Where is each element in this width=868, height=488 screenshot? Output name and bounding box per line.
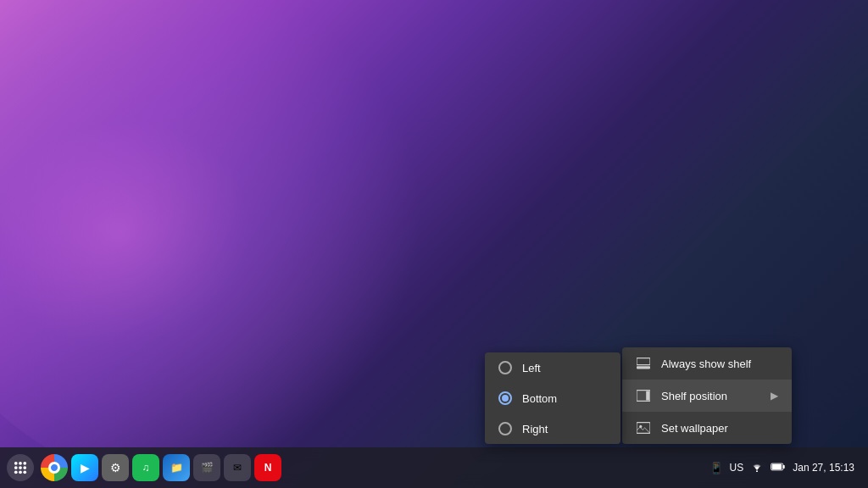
position-bottom-item[interactable]: Bottom	[485, 383, 620, 413]
app-icon-2[interactable]: ✉	[224, 454, 251, 481]
svg-point-4	[19, 466, 22, 469]
play-store-icon[interactable]: ▶	[71, 454, 98, 481]
position-right-item[interactable]: Right	[485, 413, 620, 444]
sim-icon: 📱	[709, 462, 723, 474]
svg-rect-16	[646, 391, 649, 400]
app-icon-1[interactable]: 🎬	[193, 454, 220, 481]
settings-icon[interactable]: ⚙	[102, 454, 129, 481]
shelf-position-icon	[636, 388, 651, 403]
wallpaper-icon	[636, 420, 651, 435]
shelf-position-label: Shelf position	[661, 390, 760, 402]
bottom-label: Bottom	[522, 392, 557, 405]
chrome-app-icon[interactable]	[41, 454, 68, 481]
set-wallpaper-item[interactable]: Set wallpaper	[622, 412, 792, 444]
svg-point-0	[14, 462, 18, 465]
svg-point-7	[19, 470, 22, 474]
context-menu: Always show shelf Shelf position ▶ Set w…	[622, 347, 792, 444]
network-label: US	[730, 462, 744, 474]
svg-point-2	[23, 462, 26, 465]
right-label: Right	[522, 423, 548, 435]
shelf-display-icon	[636, 356, 651, 371]
svg-rect-13	[637, 358, 650, 365]
svg-point-6	[14, 470, 18, 474]
set-wallpaper-label: Set wallpaper	[661, 422, 778, 435]
status-area[interactable]: 📱 US Jan 27, 15:13	[709, 462, 861, 474]
svg-point-1	[19, 462, 22, 465]
submenu-arrow-icon: ▶	[771, 390, 778, 402]
svg-rect-12	[772, 464, 782, 469]
position-left-item[interactable]: Left	[485, 352, 620, 383]
bottom-radio	[498, 391, 512, 405]
launcher-button[interactable]	[7, 454, 34, 481]
netflix-icon[interactable]: N	[254, 454, 281, 481]
svg-point-9	[756, 470, 758, 472]
battery-icon	[771, 462, 786, 474]
svg-rect-14	[637, 366, 650, 369]
svg-point-8	[23, 470, 26, 474]
always-show-shelf-item[interactable]: Always show shelf	[622, 347, 792, 380]
right-radio	[498, 422, 512, 435]
taskbar-apps: ▶ ⚙ ♫ 📁 🎬 ✉ N	[41, 454, 281, 481]
shelf-position-item[interactable]: Shelf position ▶	[622, 380, 792, 412]
svg-point-3	[14, 466, 18, 469]
files-icon[interactable]: 📁	[163, 454, 190, 481]
wifi-icon	[750, 462, 764, 474]
left-label: Left	[522, 362, 541, 374]
svg-point-5	[23, 466, 26, 469]
spotify-icon[interactable]: ♫	[132, 454, 159, 481]
shelf-position-submenu: Left Bottom Right	[485, 352, 620, 444]
left-radio	[498, 361, 512, 374]
svg-rect-11	[783, 465, 785, 469]
always-show-shelf-label: Always show shelf	[661, 358, 778, 370]
taskbar: ▶ ⚙ ♫ 📁 🎬 ✉ N 📱 US	[0, 447, 868, 488]
clock: Jan 27, 15:13	[793, 462, 854, 474]
